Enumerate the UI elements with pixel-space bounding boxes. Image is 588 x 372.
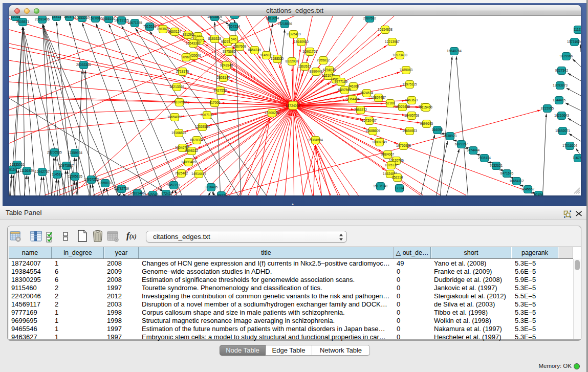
svg-text:8454749: 8454749 bbox=[248, 48, 261, 52]
svg-text:16782759: 16782759 bbox=[114, 187, 129, 190]
svg-text:8186328: 8186328 bbox=[208, 37, 221, 40]
svg-text:7986372: 7986372 bbox=[354, 108, 367, 112]
svg-text:10654112: 10654112 bbox=[509, 179, 524, 183]
svg-text:17957253: 17957253 bbox=[84, 178, 99, 181]
svg-text:14099489: 14099489 bbox=[181, 160, 196, 164]
svg-text:16033809: 16033809 bbox=[207, 16, 222, 18]
svg-text:3375685: 3375685 bbox=[222, 50, 235, 53]
svg-text:88130: 88130 bbox=[230, 16, 239, 16]
svg-text:1362615: 1362615 bbox=[298, 64, 311, 68]
svg-text:12353584: 12353584 bbox=[195, 125, 210, 128]
svg-text:9227342: 9227342 bbox=[555, 69, 568, 72]
svg-text:10807487: 10807487 bbox=[371, 96, 386, 99]
svg-text:6794028: 6794028 bbox=[322, 68, 336, 72]
svg-text:190371: 190371 bbox=[63, 16, 75, 18]
svg-text:39154: 39154 bbox=[9, 168, 17, 171]
svg-text:114519: 114519 bbox=[51, 172, 62, 176]
svg-text:19218586: 19218586 bbox=[277, 22, 292, 26]
svg-text:9777169: 9777169 bbox=[334, 80, 347, 83]
svg-text:92456: 92456 bbox=[534, 193, 543, 195]
svg-text:2935114: 2935114 bbox=[478, 156, 491, 160]
svg-text:9146821: 9146821 bbox=[259, 53, 273, 57]
svg-text:10958107: 10958107 bbox=[98, 181, 113, 185]
svg-text:10719155: 10719155 bbox=[114, 18, 129, 22]
svg-text:9463627: 9463627 bbox=[405, 98, 418, 102]
svg-text:891295: 891295 bbox=[182, 33, 193, 36]
svg-text:9242848: 9242848 bbox=[220, 63, 233, 67]
svg-text:15136141: 15136141 bbox=[373, 184, 388, 188]
svg-text:8322037: 8322037 bbox=[285, 59, 298, 63]
svg-text:2367608: 2367608 bbox=[233, 45, 246, 48]
svg-text:1588520: 1588520 bbox=[270, 57, 284, 60]
svg-text:7357224: 7357224 bbox=[227, 25, 240, 28]
svg-text:6879197: 6879197 bbox=[454, 142, 468, 146]
svg-text:16210643: 16210643 bbox=[554, 114, 569, 117]
svg-text:19384554: 19384554 bbox=[308, 138, 323, 142]
svg-text:12823446: 12823446 bbox=[130, 191, 145, 195]
svg-text:8471676: 8471676 bbox=[500, 171, 513, 175]
svg-text:8215955: 8215955 bbox=[540, 106, 554, 110]
svg-text:1244415: 1244415 bbox=[552, 98, 565, 102]
svg-text:16107552: 16107552 bbox=[172, 100, 187, 104]
svg-text:14914479: 14914479 bbox=[191, 172, 206, 176]
svg-text:10653267: 10653267 bbox=[75, 16, 90, 19]
svg-text:19166825: 19166825 bbox=[171, 131, 186, 135]
svg-text:1527602: 1527602 bbox=[89, 16, 102, 20]
svg-text:12213967: 12213967 bbox=[385, 40, 400, 43]
svg-text:20053346: 20053346 bbox=[76, 63, 91, 67]
svg-text:20364436: 20364436 bbox=[345, 97, 360, 101]
svg-text:16543392: 16543392 bbox=[186, 41, 201, 45]
svg-text:11325419: 11325419 bbox=[286, 32, 301, 36]
svg-text:12942757: 12942757 bbox=[35, 170, 50, 173]
svg-text:20691406: 20691406 bbox=[35, 17, 50, 21]
svg-text:15720407: 15720407 bbox=[362, 119, 377, 122]
svg-text:97245: 97245 bbox=[161, 192, 170, 195]
svg-text:2405571: 2405571 bbox=[16, 20, 29, 24]
svg-text:17359934: 17359934 bbox=[68, 151, 82, 155]
svg-text:2803144: 2803144 bbox=[216, 76, 230, 79]
svg-text:9457791: 9457791 bbox=[167, 183, 180, 187]
svg-text:18813: 18813 bbox=[52, 16, 61, 18]
svg-text:12505135: 12505135 bbox=[68, 174, 82, 178]
svg-text:10807249: 10807249 bbox=[372, 140, 387, 144]
svg-text:12975115: 12975115 bbox=[402, 82, 417, 86]
svg-text:15692071: 15692071 bbox=[555, 129, 570, 133]
svg-text:19654923: 19654923 bbox=[402, 129, 417, 133]
svg-text:164095: 164095 bbox=[431, 128, 443, 132]
svg-text:11156829: 11156829 bbox=[19, 169, 34, 172]
svg-text:10688609: 10688609 bbox=[365, 129, 380, 133]
svg-text:12213369: 12213369 bbox=[169, 85, 184, 89]
svg-text:15751024: 15751024 bbox=[567, 40, 581, 43]
svg-text:18640910: 18640910 bbox=[294, 40, 309, 43]
svg-text:8990448: 8990448 bbox=[309, 70, 322, 73]
svg-text:8878334: 8878334 bbox=[190, 138, 203, 142]
svg-text:16961758: 16961758 bbox=[302, 50, 317, 53]
svg-text:8938923: 8938923 bbox=[443, 134, 456, 138]
svg-text:7515526: 7515526 bbox=[143, 25, 156, 28]
svg-text:8427552: 8427552 bbox=[213, 89, 227, 92]
svg-text:9498222: 9498222 bbox=[185, 149, 198, 152]
svg-text:62160: 62160 bbox=[385, 101, 395, 105]
svg-text:9699695: 9699695 bbox=[420, 122, 433, 125]
svg-text:7485063: 7485063 bbox=[399, 68, 412, 72]
svg-text:545045: 545045 bbox=[147, 193, 158, 195]
svg-text:9245652: 9245652 bbox=[521, 187, 534, 191]
svg-text:9084067: 9084067 bbox=[381, 152, 394, 156]
svg-text:2087682: 2087682 bbox=[363, 16, 376, 20]
svg-text:6466160: 6466160 bbox=[102, 17, 115, 20]
svg-text:9474444: 9474444 bbox=[466, 148, 480, 152]
svg-text:3267130: 3267130 bbox=[200, 113, 213, 117]
svg-text:16671355: 16671355 bbox=[127, 21, 142, 25]
svg-text:18724007: 18724007 bbox=[286, 104, 300, 107]
svg-text:10025438: 10025438 bbox=[395, 105, 410, 108]
svg-text:6497568: 6497568 bbox=[338, 88, 351, 92]
svg-text:20206535: 20206535 bbox=[47, 150, 62, 154]
svg-text:7625402: 7625402 bbox=[175, 171, 188, 175]
svg-text:2718176: 2718176 bbox=[176, 70, 189, 73]
svg-text:17334: 17334 bbox=[395, 186, 404, 190]
svg-text:17016504: 17016504 bbox=[562, 144, 577, 147]
svg-text:116753: 116753 bbox=[572, 156, 580, 160]
svg-text:12093873: 12093873 bbox=[553, 83, 568, 87]
svg-text:18495758: 18495758 bbox=[404, 114, 419, 117]
svg-text:252214: 252214 bbox=[391, 176, 403, 179]
